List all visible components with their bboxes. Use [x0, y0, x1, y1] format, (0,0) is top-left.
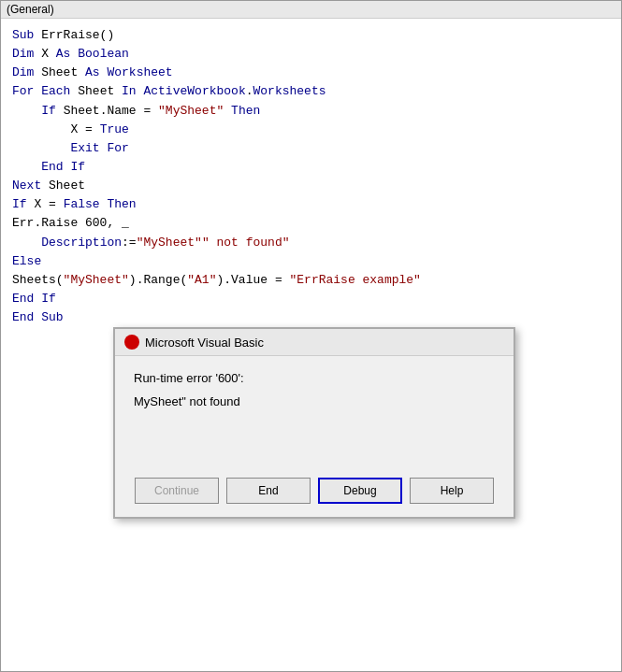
- code-line: Description:="MySheet"" not found": [12, 234, 610, 252]
- code-line: Sheets("MySheet").Range("A1").Value = "E…: [12, 271, 610, 290]
- dialog-title: Microsoft Visual Basic: [145, 336, 264, 350]
- code-line: Dim X As Boolean: [12, 45, 610, 64]
- code-line: Exit For: [12, 139, 610, 158]
- editor-window: (General) Sub ErrRaise()Dim X As Boolean…: [0, 0, 622, 672]
- code-line: Dim Sheet As Worksheet: [12, 64, 610, 82]
- code-line: For Each Sheet In ActiveWorkbook.Workshe…: [12, 82, 610, 101]
- code-container: Sub ErrRaise()Dim X As BooleanDim Sheet …: [12, 26, 610, 327]
- code-area: Sub ErrRaise()Dim X As BooleanDim Sheet …: [1, 19, 621, 671]
- code-line: End If: [12, 158, 610, 177]
- code-line: Next Sheet: [12, 177, 610, 195]
- debug-button[interactable]: Debug: [318, 478, 402, 504]
- dialog-icon: [124, 335, 139, 350]
- code-line: X = True: [12, 121, 610, 139]
- dialog-buttons: Continue End Debug Help: [115, 468, 514, 517]
- title-bar: (General): [1, 1, 621, 19]
- end-button[interactable]: End: [226, 478, 311, 504]
- title-text: (General): [7, 3, 54, 16]
- error-message: MySheet" not found: [134, 394, 495, 408]
- help-button[interactable]: Help: [410, 478, 494, 504]
- code-line: End If: [12, 290, 610, 308]
- code-line: Else: [12, 252, 610, 271]
- continue-button[interactable]: Continue: [135, 478, 219, 504]
- dialog-title-bar: Microsoft Visual Basic: [115, 329, 514, 356]
- code-line: Err.Raise 600, _: [12, 214, 610, 233]
- code-line: If Sheet.Name = "MySheet" Then: [12, 102, 610, 121]
- code-line: If X = False Then: [12, 195, 610, 214]
- error-title: Run-time error '600':: [134, 371, 495, 385]
- error-dialog: Microsoft Visual Basic Run-time error '6…: [113, 327, 515, 519]
- dialog-body: Run-time error '600': MySheet" not found: [115, 356, 514, 468]
- code-line: End Sub: [12, 308, 610, 327]
- code-line: Sub ErrRaise(): [12, 26, 610, 45]
